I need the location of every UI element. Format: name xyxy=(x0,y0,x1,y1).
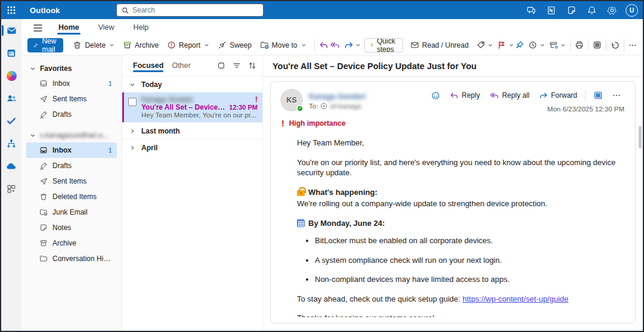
delete-button[interactable]: Delete xyxy=(69,38,118,52)
undo-button[interactable] xyxy=(611,38,620,52)
tab-help[interactable]: Help xyxy=(126,21,156,35)
importance-label: High importance xyxy=(289,119,346,128)
rail-item-onedrive[interactable] xyxy=(1,159,21,174)
search-box[interactable] xyxy=(116,4,264,17)
rail-item-people[interactable] xyxy=(1,91,21,106)
onenote-feed-button[interactable] xyxy=(542,1,560,19)
send-icon xyxy=(39,95,48,103)
group-april[interactable]: April xyxy=(122,139,262,156)
folder-archive[interactable]: Archive xyxy=(26,235,117,251)
folder-label: Sent Items xyxy=(52,177,86,185)
message-more-button[interactable] xyxy=(609,89,624,101)
sort-button[interactable] xyxy=(248,61,256,70)
hamburger-icon xyxy=(33,24,42,32)
rail-item-calendar[interactable] xyxy=(1,45,21,61)
reading-pane: You're All Set – Device Policy Update Ju… xyxy=(262,55,643,331)
report-button[interactable]: Report xyxy=(163,38,213,52)
folder-junk-email[interactable]: Junk Email xyxy=(26,204,117,220)
snooze-clock-icon xyxy=(528,41,537,49)
folder-deleted-items[interactable]: Deleted Items xyxy=(26,189,117,204)
body-heading-deadline: By Monday, June 24: xyxy=(297,218,624,229)
snooze-button[interactable] xyxy=(525,38,545,52)
search-input[interactable] xyxy=(132,6,258,14)
tab-home[interactable]: Home xyxy=(51,21,86,35)
print-button[interactable] xyxy=(575,38,584,52)
recipient-name[interactable]: sil-kanaga xyxy=(330,103,361,110)
setup-guide-link[interactable]: https://wp-content/set-up/guide xyxy=(463,294,569,303)
select-icon xyxy=(217,61,225,70)
sweep-button[interactable]: Sweep xyxy=(214,38,255,52)
flag-button[interactable] xyxy=(494,38,514,52)
categorize-button[interactable] xyxy=(473,38,493,52)
folder-pane: Favorites Inbox 1 Sent Items Drafts xyxy=(21,55,122,331)
body-cta: To stay ahead, check out the quick setup… xyxy=(297,294,624,305)
move-to-button[interactable]: Move to xyxy=(256,38,310,52)
select-messages-button[interactable] xyxy=(217,61,225,70)
folder-sent-items[interactable]: Sent Items xyxy=(26,173,117,189)
group-today[interactable]: Today xyxy=(122,76,262,92)
notes-button[interactable] xyxy=(562,1,580,19)
title-bar: Outlook U xyxy=(1,1,643,19)
forward-button[interactable]: Forward xyxy=(535,89,581,102)
rail-item-copilot[interactable] xyxy=(1,68,21,83)
onedrive-icon xyxy=(5,160,17,172)
message-row-selected[interactable]: Kanaga Sundari ! You're All Set – Device… xyxy=(122,92,262,122)
message-subject: You're All Set – Device P... xyxy=(141,104,225,111)
rules-button[interactable] xyxy=(546,38,566,52)
chevron-down-icon xyxy=(561,42,566,48)
reply-all-button[interactable]: Reply all xyxy=(486,89,533,102)
rail-item-more-apps[interactable] xyxy=(1,181,21,197)
email-subject: You're All Set – Device Policy Update Ju… xyxy=(263,55,643,77)
tab-focused[interactable]: Focused xyxy=(133,58,163,73)
sweep-broom-icon xyxy=(218,41,227,49)
apps-button[interactable] xyxy=(590,89,606,102)
unread-count: 1 xyxy=(109,147,112,154)
archive-icon xyxy=(123,41,132,49)
tab-view[interactable]: View xyxy=(91,21,122,35)
reactions-button[interactable] xyxy=(428,89,444,102)
folder-conversation-history[interactable]: Conversation Histo... xyxy=(26,251,117,266)
filter-button[interactable] xyxy=(233,61,241,70)
nav-toggle-button[interactable] xyxy=(29,21,47,35)
favorites-section-toggle[interactable]: Favorites xyxy=(21,61,122,76)
archive-button[interactable]: Archive xyxy=(119,38,162,52)
message-list-pane: Focused Other Today xyxy=(122,55,262,331)
folder-drafts[interactable]: Drafts xyxy=(26,158,117,173)
content-column: Home View Help New mail Delete xyxy=(21,19,643,331)
new-mail-split-button: New mail xyxy=(27,38,63,52)
rail-item-mail[interactable] xyxy=(1,23,21,38)
sender-avatar[interactable]: KS ✓ xyxy=(280,89,303,111)
tab-other[interactable]: Other xyxy=(172,58,190,73)
notifications-button[interactable] xyxy=(583,1,600,19)
favorite-sent-items[interactable]: Sent Items xyxy=(26,91,117,107)
settings-button[interactable] xyxy=(603,1,621,19)
vertical-scrollbar-thumb[interactable] xyxy=(639,126,642,148)
folder-notes[interactable]: Notes xyxy=(26,220,117,235)
waffle-icon xyxy=(7,6,16,14)
read-unread-button[interactable]: Read / Unread xyxy=(407,38,472,52)
folder-inbox[interactable]: Inbox 1 xyxy=(26,142,117,158)
sender-name[interactable]: Kanaga Sundari xyxy=(309,92,366,101)
pin-button[interactable] xyxy=(515,38,524,52)
chat-button[interactable] xyxy=(522,1,540,19)
apps-grid-icon xyxy=(593,41,602,49)
send-icon xyxy=(39,177,48,185)
message-list-header: Focused Other xyxy=(122,55,262,76)
favorite-inbox[interactable]: Inbox 1 xyxy=(26,76,117,91)
forward-button[interactable] xyxy=(341,38,361,52)
message-checkbox[interactable] xyxy=(128,98,137,106)
app-launcher-button[interactable] xyxy=(1,1,21,19)
reply-all-button[interactable] xyxy=(330,38,340,52)
new-mail-button[interactable]: New mail xyxy=(27,38,63,52)
apps-panel-button[interactable] xyxy=(593,38,602,52)
rail-item-todo[interactable] xyxy=(1,113,21,129)
account-section-toggle[interactable]: s.kanagasundhari.o... xyxy=(21,128,122,142)
reply-button[interactable]: Reply xyxy=(446,89,484,102)
reply-button[interactable] xyxy=(319,38,329,52)
account-avatar[interactable]: U xyxy=(626,4,638,17)
rail-item-org-explorer[interactable] xyxy=(1,136,21,151)
quick-steps-button[interactable]: Quick steps xyxy=(365,38,403,52)
favorite-drafts[interactable]: Drafts xyxy=(26,107,117,122)
group-last-month[interactable]: Last month xyxy=(122,122,262,139)
toolbar-more-button[interactable] xyxy=(628,38,637,52)
